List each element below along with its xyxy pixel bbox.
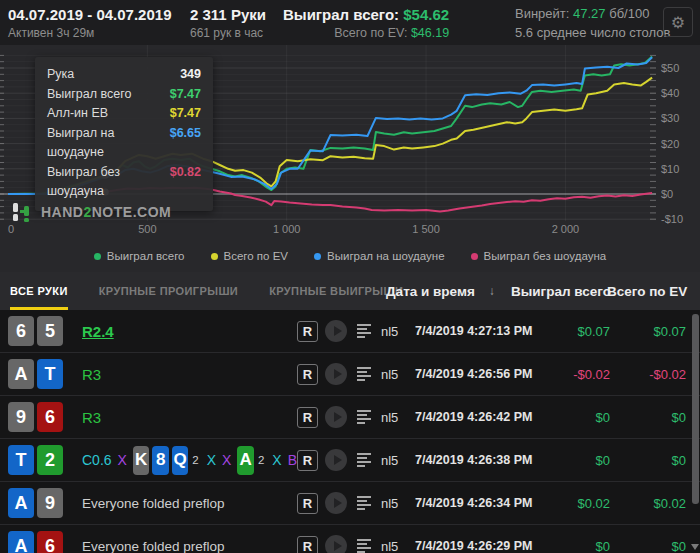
tooltip-label: Алл-ин EВ xyxy=(47,104,108,124)
hand-history-button[interactable] xyxy=(354,536,376,553)
table-scrollbar[interactable] xyxy=(690,312,699,552)
action-token: 2 xyxy=(258,454,264,466)
history-lines-icon xyxy=(356,366,374,382)
avg-tables: 5.6 среднее число столов xyxy=(515,25,670,40)
settings-button[interactable]: ⚙ xyxy=(663,7,693,37)
legend-item: Выиграл без шоудауна xyxy=(471,250,607,262)
tooltip-row: Рука349 xyxy=(47,65,201,85)
legend-label: Выиграл на шоудауне xyxy=(327,250,445,262)
ev-amount: $0 xyxy=(610,453,690,468)
winnings-chart: 05001 0001 5002 000$50$40$30$20$10$0-$10… xyxy=(0,45,700,240)
hand-history-button[interactable] xyxy=(354,407,376,427)
tooltip-value: 349 xyxy=(180,65,201,85)
hand-history-button[interactable] xyxy=(354,450,376,470)
tab-big-losses[interactable]: КРУПНЫЕ ПРОИГРЫШИ xyxy=(99,272,238,310)
card-A-diamond: A xyxy=(8,488,34,518)
active-time: Активен 3ч 29м xyxy=(8,26,171,40)
tab-all-hands[interactable]: ВСЕ РУКИ xyxy=(10,272,68,310)
row-buttons: R xyxy=(297,449,381,471)
hand-timestamp: 7/4/2019 4:26:29 PM xyxy=(415,539,560,553)
hand-action-line: R3 xyxy=(72,366,297,383)
card-9-spade: 9 xyxy=(37,488,63,518)
tooltip-label: Выиграл без шоудауна xyxy=(47,163,170,202)
stake-label: nl5 xyxy=(381,367,415,382)
action-token: R3 xyxy=(82,366,101,383)
won-amount: $0.07 xyxy=(560,324,610,339)
play-button[interactable] xyxy=(325,363,347,385)
hand-row[interactable]: ATR3Rnl57/4/2019 4:26:56 PM-$0.02-$0.02 xyxy=(0,353,700,396)
hand-row[interactable]: 65R2.4Rnl57/4/2019 4:27:13 PM$0.07$0.07 xyxy=(0,310,700,353)
hand2note-logo-icon xyxy=(10,200,34,224)
ev-amount: $0 xyxy=(610,410,690,425)
y-axis-label: $40 xyxy=(661,87,679,99)
y-axis-label: $10 xyxy=(661,163,679,175)
hand-action-line: R2.4 xyxy=(72,323,297,340)
history-lines-icon xyxy=(356,538,374,553)
sort-column-label: Выиграл всего xyxy=(511,284,611,299)
won-amount: $0.02 xyxy=(560,496,610,511)
x-axis-label: 1 000 xyxy=(273,223,301,235)
hand2note-session-window: 04.07.2019 - 04.07.2019 Активен 3ч 29м 2… xyxy=(0,0,700,553)
hand-history-button[interactable] xyxy=(354,321,376,341)
y-axis-label: $20 xyxy=(661,138,679,150)
legend-label: Выиграл всего xyxy=(107,250,185,262)
stake-label: nl5 xyxy=(381,324,415,339)
replayer-button[interactable]: R xyxy=(297,536,318,553)
card-6-heart: 6 xyxy=(37,402,63,432)
legend-dot-icon xyxy=(94,253,101,260)
legend-item: Всего по EV xyxy=(211,250,289,262)
legend-dot-icon xyxy=(211,253,218,260)
hole-cards: 65 xyxy=(8,316,72,346)
hole-cards: T2 xyxy=(8,445,72,475)
hand-history-button[interactable] xyxy=(354,364,376,384)
sort-column-total-ev[interactable]: Всего по EV xyxy=(607,272,687,310)
card-Q-diamond: Q xyxy=(172,446,188,475)
sort-column-date-time[interactable]: Дата и время↓ xyxy=(386,272,495,310)
y-axis-label: $30 xyxy=(661,112,679,124)
hands-count: 2 311 Руки xyxy=(190,6,266,23)
play-button[interactable] xyxy=(325,492,347,514)
play-button[interactable] xyxy=(325,535,347,553)
play-button[interactable] xyxy=(325,449,347,471)
action-token: X xyxy=(222,452,231,468)
hand-row[interactable]: 96R3Rnl57/4/2019 4:26:42 PM$0$0 xyxy=(0,396,700,439)
ev-total: Всего по EV: $46.19 xyxy=(283,26,449,40)
ev-amount: $0.07 xyxy=(610,324,690,339)
winrate: Винрейт: 47.27 бб/100 xyxy=(515,6,670,21)
tooltip-row: Выиграл без шоудауна$0.82 xyxy=(47,163,201,202)
sort-column-label: Дата и время xyxy=(386,284,475,299)
tab-big-wins[interactable]: КРУПНЫЕ ВЫИГРЫШИ xyxy=(269,272,403,310)
action-token: X xyxy=(207,452,216,468)
session-header: 04.07.2019 - 04.07.2019 Активен 3ч 29м 2… xyxy=(0,0,700,45)
ev-amount: -$0.02 xyxy=(610,367,690,382)
row-buttons: R xyxy=(297,363,381,385)
legend-label: Всего по EV xyxy=(224,250,289,262)
hand-row[interactable]: A9Everyone folded preflopRnl57/4/2019 4:… xyxy=(0,482,700,525)
scrollbar-thumb[interactable] xyxy=(692,314,699,504)
hand-result-link[interactable]: R2.4 xyxy=(82,323,114,340)
replayer-button[interactable]: R xyxy=(297,364,318,385)
hand-row[interactable]: T2C0.6XK8Q2XXA2XBRnl57/4/2019 4:26:38 PM… xyxy=(0,439,700,482)
hand-timestamp: 7/4/2019 4:26:34 PM xyxy=(415,496,560,510)
x-axis-label: 1 500 xyxy=(412,223,440,235)
y-axis-label: $50 xyxy=(661,62,679,74)
legend-label: Выиграл без шоудауна xyxy=(484,250,607,262)
sort-column-won-total[interactable]: Выиграл всего xyxy=(511,272,611,310)
replayer-button[interactable]: R xyxy=(297,407,318,428)
card-A-club: A xyxy=(237,446,253,475)
replayer-button[interactable]: R xyxy=(297,493,318,514)
hand-history-button[interactable] xyxy=(354,493,376,513)
hand-action-line: R3 xyxy=(72,409,297,426)
replayer-button[interactable]: R xyxy=(297,321,318,342)
hole-cards: A9 xyxy=(8,488,72,518)
replayer-button[interactable]: R xyxy=(297,450,318,471)
y-axis-label: -$10 xyxy=(661,213,683,225)
card-8-diamond: 8 xyxy=(152,446,168,475)
row-buttons: R xyxy=(297,492,381,514)
card-6-heart: 6 xyxy=(37,531,63,553)
scrollbar-down-arrow-icon[interactable] xyxy=(691,544,699,550)
play-button[interactable] xyxy=(325,406,347,428)
stake-label: nl5 xyxy=(381,453,415,468)
play-button[interactable] xyxy=(325,320,347,342)
hand-row[interactable]: A6Everyone folded preflopRnl57/4/2019 4:… xyxy=(0,525,700,553)
